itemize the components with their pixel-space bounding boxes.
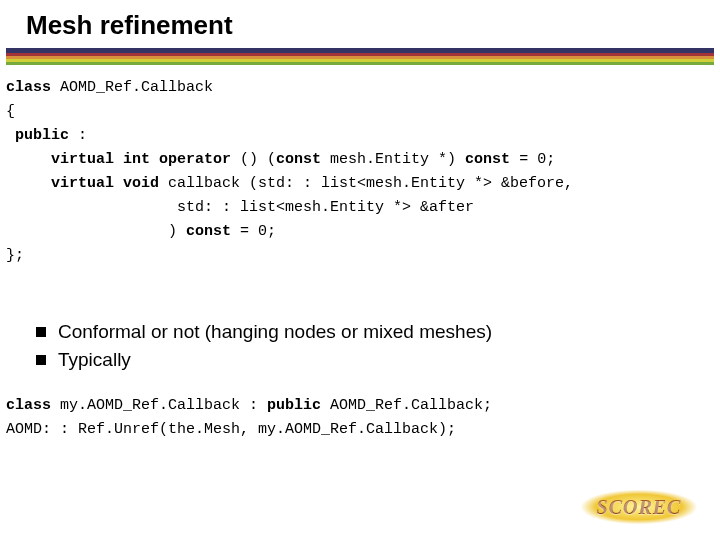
kw-const: const: [186, 223, 231, 240]
code-text: mesh.Entity *): [321, 151, 465, 168]
code-text: AOMD_Ref.Callback: [51, 79, 213, 96]
code-text: () (: [240, 151, 276, 168]
code-text: my.AOMD_Ref.Callback :: [51, 397, 267, 414]
code-text: {: [6, 103, 15, 120]
code-text: std: : list<mesh.Entity *> &after: [6, 199, 474, 216]
code-text: AOMD_Ref.Callback;: [321, 397, 492, 414]
code-block-2: class my.AOMD_Ref.Callback : public AOMD…: [6, 394, 492, 442]
kw-virtual-int-operator: virtual int operator: [6, 151, 240, 168]
code-text: ): [6, 223, 186, 240]
code-text: :: [69, 127, 87, 144]
kw-class: class: [6, 79, 51, 96]
bullet-list: Conformal or not (hanging nodes or mixed…: [36, 318, 492, 374]
kw-public: public: [6, 127, 69, 144]
underline-green: [6, 62, 714, 65]
bullet-text: Conformal or not (hanging nodes or mixed…: [58, 318, 492, 346]
code-block-1: class AOMD_Ref.Callback { public : virtu…: [6, 76, 573, 268]
code-text: = 0;: [510, 151, 555, 168]
slide: Mesh refinement class AOMD_Ref.Callback …: [0, 0, 720, 540]
code-text: };: [6, 247, 24, 264]
list-item: Conformal or not (hanging nodes or mixed…: [36, 318, 492, 346]
bullet-square-icon: [36, 327, 46, 337]
kw-class: class: [6, 397, 51, 414]
logo-text: SCOREC: [574, 486, 704, 528]
page-title: Mesh refinement: [26, 10, 233, 41]
logo-scorec: SCOREC: [574, 486, 704, 528]
bullet-square-icon: [36, 355, 46, 365]
bullet-text: Typically: [58, 346, 131, 374]
code-text: = 0;: [231, 223, 276, 240]
code-text: AOMD: : Ref.Unref(the.Mesh, my.AOMD_Ref.…: [6, 421, 456, 438]
kw-public: public: [267, 397, 321, 414]
list-item: Typically: [36, 346, 492, 374]
title-underline: [6, 48, 714, 65]
code-text: callback (std: : list<mesh.Entity *> &be…: [159, 175, 573, 192]
kw-const: const: [276, 151, 321, 168]
kw-virtual-void: virtual void: [6, 175, 159, 192]
kw-const: const: [465, 151, 510, 168]
